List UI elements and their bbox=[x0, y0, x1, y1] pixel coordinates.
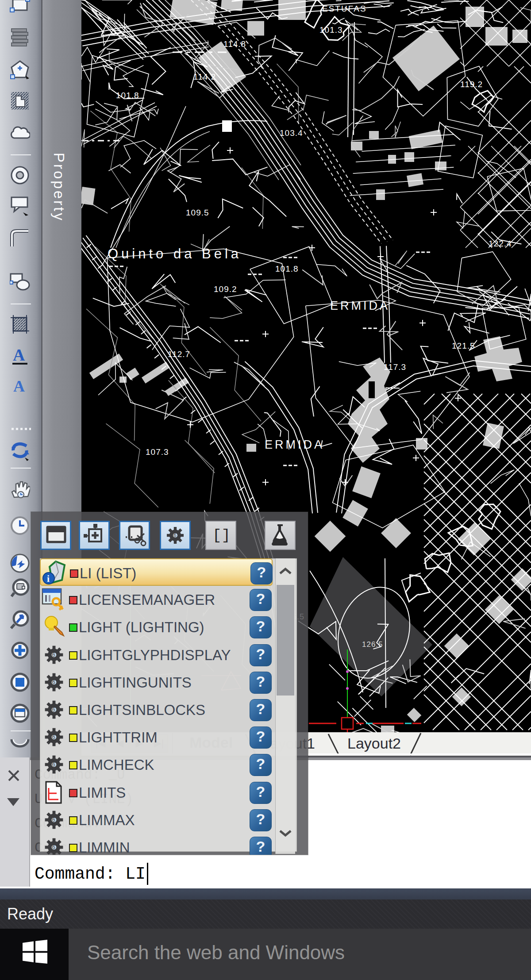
svg-text:6: 6 bbox=[52, 706, 55, 713]
svg-text:117.3: 117.3 bbox=[384, 362, 406, 372]
svg-text:6: 6 bbox=[52, 651, 55, 658]
svg-text:109.2: 109.2 bbox=[214, 284, 237, 294]
svg-text:6: 6 bbox=[52, 816, 55, 823]
svg-text:101.3: 101.3 bbox=[319, 25, 343, 35]
svg-text:ESTUFAS: ESTUFAS bbox=[322, 4, 367, 13]
svg-text:109.5: 109.5 bbox=[186, 208, 209, 217]
svg-text:A: A bbox=[13, 377, 25, 395]
svg-text:A: A bbox=[13, 346, 25, 364]
svg-text:101.8: 101.8 bbox=[116, 91, 139, 100]
svg-text:126.5: 126.5 bbox=[362, 640, 383, 649]
svg-text:101.8: 101.8 bbox=[275, 264, 299, 273]
svg-text:6: 6 bbox=[52, 761, 55, 768]
svg-text:Quinto da Bela: Quinto da Bela bbox=[108, 246, 242, 261]
svg-text:114.2: 114.2 bbox=[193, 72, 216, 81]
svg-text:i: i bbox=[47, 573, 50, 584]
svg-text:112.7: 112.7 bbox=[168, 350, 190, 359]
svg-text:122.4: 122.4 bbox=[489, 239, 512, 248]
svg-text:121.5: 121.5 bbox=[452, 341, 475, 350]
svg-text:6: 6 bbox=[52, 844, 55, 850]
svg-text:ERMIDA: ERMIDA bbox=[265, 438, 324, 451]
svg-text:114.8: 114.8 bbox=[223, 39, 246, 49]
svg-text:6: 6 bbox=[52, 679, 55, 685]
svg-text:103.4: 103.4 bbox=[280, 128, 303, 138]
svg-text:ERMIDA: ERMIDA bbox=[330, 299, 390, 312]
svg-text:119.2: 119.2 bbox=[460, 80, 483, 89]
svg-text:6: 6 bbox=[52, 734, 55, 740]
svg-text:107.3: 107.3 bbox=[146, 447, 169, 457]
